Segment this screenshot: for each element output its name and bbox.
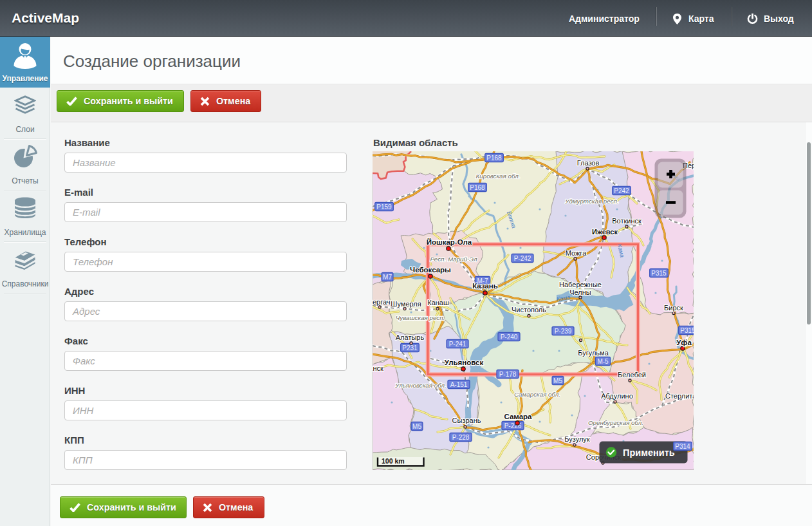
svg-text:Глазов: Глазов <box>577 159 600 167</box>
svg-text:Р242: Р242 <box>614 187 629 194</box>
svg-text:Самарская обл.: Самарская обл. <box>514 391 560 398</box>
svg-text:100 km: 100 km <box>382 457 405 465</box>
svg-text:Р-242: Р-242 <box>514 255 531 262</box>
svg-text:Бузулук: Бузулук <box>564 435 590 443</box>
svg-text:Йошкар-Ола: Йошкар-Ола <box>427 238 472 246</box>
svg-text:М-5: М-5 <box>597 358 609 365</box>
svg-text:Р-241: Р-241 <box>449 341 466 348</box>
svg-text:Р315: Р315 <box>680 327 694 334</box>
svg-text:Ижевск: Ижевск <box>592 228 618 236</box>
svg-text:Р-228: Р-228 <box>452 434 470 441</box>
svg-text:Чистополь: Чистополь <box>512 306 546 314</box>
svg-text:Казань: Казань <box>472 282 498 290</box>
svg-text:М5: М5 <box>553 377 562 384</box>
svg-text:Набережные: Набережные <box>559 281 602 288</box>
svg-text:Саранск: Саранск <box>373 364 383 372</box>
svg-text:Р-240: Р-240 <box>501 333 518 341</box>
svg-text:Р168: Р168 <box>470 184 485 191</box>
svg-text:М7: М7 <box>383 274 392 281</box>
svg-text:Ульяновск: Ульяновск <box>445 359 484 366</box>
svg-text:Уфа: Уфа <box>676 339 692 346</box>
svg-text:А-151: А-151 <box>450 381 468 388</box>
svg-text:Канаш: Канаш <box>427 299 449 306</box>
svg-text:Шумерля: Шумерля <box>391 300 421 308</box>
svg-text:Чувашская респ.: Чувашская респ. <box>396 314 445 321</box>
svg-text:Удмуртская респ.: Удмуртская респ. <box>564 198 618 205</box>
svg-text:Бирск: Бирск <box>664 304 683 312</box>
svg-text:Применить: Применить <box>623 447 675 458</box>
svg-text:Р231: Р231 <box>402 344 418 352</box>
svg-text:Ульяновская обл.: Ульяновская обл. <box>394 382 447 389</box>
svg-text:Челны: Челны <box>569 288 591 296</box>
svg-text:Самара: Самара <box>504 413 532 420</box>
svg-text:Р-239: Р-239 <box>555 328 572 335</box>
svg-text:Р314: Р314 <box>675 443 690 450</box>
svg-text:Абдулино: Абдулино <box>601 392 633 400</box>
svg-text:Чебоксары: Чебоксары <box>410 266 451 274</box>
svg-text:Стерлитамак: Стерлитамак <box>665 392 694 400</box>
svg-text:Белебей: Белебей <box>618 371 646 379</box>
svg-text:Сергач: Сергач <box>373 298 391 306</box>
svg-text:Алатырь: Алатырь <box>396 333 425 341</box>
svg-text:Р315: Р315 <box>651 270 667 277</box>
svg-text:Бугульма: Бугульма <box>578 349 609 357</box>
svg-text:М5: М5 <box>412 423 421 430</box>
svg-text:Р-178: Р-178 <box>499 371 517 378</box>
svg-text:Воткинск: Воткинск <box>612 217 641 225</box>
svg-text:Кировская обл.: Кировская обл. <box>476 173 521 180</box>
svg-text:Оренбургская обл.: Оренбургская обл. <box>588 419 643 426</box>
svg-text:Сызрань: Сызрань <box>452 417 481 424</box>
svg-text:Респ. Марий-Эл: Респ. Марий-Эл <box>430 256 477 263</box>
svg-text:Можга: Можга <box>566 249 587 257</box>
svg-text:Р159: Р159 <box>376 203 392 211</box>
svg-text:Р168: Р168 <box>486 155 502 162</box>
